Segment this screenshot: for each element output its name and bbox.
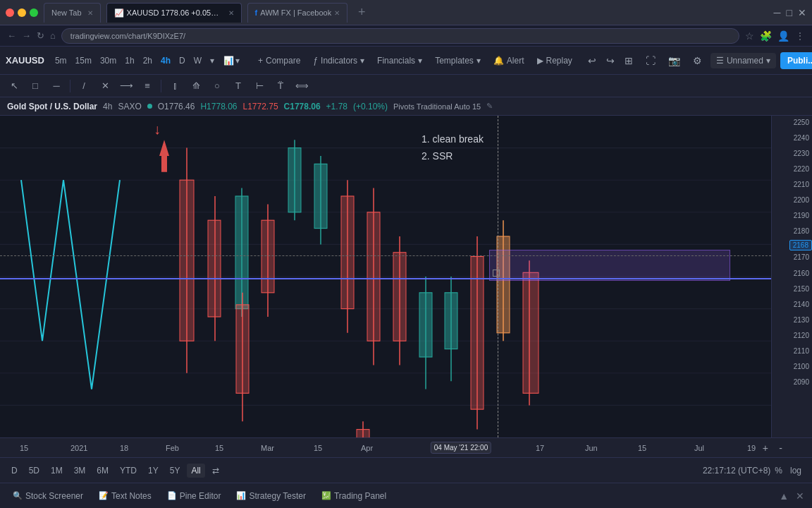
- draw-hline[interactable]: ─: [47, 77, 66, 95]
- nav-refresh[interactable]: ↻: [37, 30, 44, 41]
- period-1Y[interactable]: 1Y: [144, 464, 163, 478]
- period-YTD[interactable]: YTD: [116, 464, 141, 478]
- nav-forward[interactable]: →: [22, 30, 31, 41]
- panel-tab-screener[interactable]: 🔍 Stock Screener: [6, 488, 90, 504]
- panel-tab-trading[interactable]: 💹 Trading Panel: [314, 488, 393, 504]
- svg-rect-16: [262, 220, 274, 293]
- nav-home[interactable]: ⌂: [50, 30, 56, 41]
- tf-1h[interactable]: 1h: [121, 54, 137, 68]
- url-input[interactable]: tradingview.com/chart/K9DIXzE7/: [61, 28, 739, 44]
- tab-close-icon[interactable]: ✕: [87, 9, 93, 17]
- pair-name: Gold Spot / U.S. Dollar: [7, 102, 97, 111]
- nav-back[interactable]: ←: [7, 30, 16, 41]
- panel-tab-notes[interactable]: 📝 Text Notes: [92, 488, 159, 504]
- fullscreen-button[interactable]: ⛶: [641, 52, 660, 69]
- panel-close-icon[interactable]: ✕: [794, 488, 806, 504]
- draw-cross[interactable]: ✕: [95, 77, 115, 95]
- tf-more[interactable]: ▾: [207, 54, 218, 68]
- replay-button[interactable]: ▶ Replay: [531, 53, 578, 68]
- time-highlighted[interactable]: 04 May '21 22:00: [431, 442, 491, 454]
- alert-button[interactable]: 🔔 Alert: [488, 53, 530, 68]
- chart-canvas[interactable]: 1. clean break 2. SSR: [0, 116, 771, 437]
- svg-rect-22: [341, 196, 354, 309]
- draw-ellipse[interactable]: ○: [207, 77, 227, 95]
- draw-callout[interactable]: T̈: [271, 77, 290, 95]
- tf-W[interactable]: W: [190, 54, 205, 68]
- price-2250: 2250: [794, 119, 809, 126]
- draw-rect[interactable]: □: [25, 77, 45, 95]
- draw-parallel[interactable]: ⟰: [186, 77, 206, 95]
- tf-15m[interactable]: 15m: [72, 54, 95, 68]
- ohlc-low: L1772.75: [243, 102, 278, 111]
- templates-arrow: ▾: [476, 56, 481, 66]
- period-3M[interactable]: 3M: [70, 464, 90, 478]
- chart-type-selector[interactable]: 📊▾: [219, 54, 244, 68]
- period-5Y[interactable]: 5Y: [166, 464, 185, 478]
- time-17: 17: [536, 444, 544, 452]
- publish-button[interactable]: Publi...: [780, 52, 812, 69]
- period-5D[interactable]: 5D: [25, 464, 44, 478]
- layout-button[interactable]: ⊞: [620, 52, 637, 69]
- min-btn[interactable]: [18, 8, 26, 17]
- undo-button[interactable]: ↩: [584, 52, 601, 69]
- compare-label: Compare: [266, 56, 300, 66]
- browser-tab-1[interactable]: New Tab ✕: [44, 3, 101, 23]
- profile-icon[interactable]: 👤: [777, 30, 789, 42]
- time-zoom-out[interactable]: -: [779, 442, 782, 454]
- max-btn[interactable]: [30, 8, 38, 17]
- panel-expand-icon[interactable]: ▲: [777, 488, 791, 504]
- indicators-icon: ƒ: [313, 56, 318, 66]
- financials-button[interactable]: Financials ▾: [371, 53, 428, 68]
- indicator-edit-icon[interactable]: ✎: [486, 102, 493, 111]
- period-D[interactable]: D: [7, 464, 22, 478]
- time-zoom-in[interactable]: +: [763, 442, 768, 454]
- settings-icon[interactable]: ⋮: [795, 30, 805, 42]
- indicators-button[interactable]: ƒ Indicators ▾: [307, 53, 370, 68]
- period-6M[interactable]: 6M: [92, 464, 113, 478]
- browser-tab-2[interactable]: 📈 XAUUSD 1778.06 +0.05% Un... ✕: [106, 3, 242, 23]
- tf-D[interactable]: D: [176, 54, 189, 68]
- new-tab-button[interactable]: +: [353, 4, 370, 21]
- panel-tab-strategy[interactable]: 📊 Strategy Tester: [229, 488, 312, 504]
- period-1M[interactable]: 1M: [47, 464, 67, 478]
- tf-4h[interactable]: 4h: [157, 54, 174, 68]
- compare-replay-icon[interactable]: ⇄: [208, 464, 223, 478]
- redo-button[interactable]: ↪: [602, 52, 619, 69]
- tf-5m[interactable]: 5m: [51, 54, 70, 68]
- tf-30m[interactable]: 30m: [97, 54, 120, 68]
- draw-anchor[interactable]: ⊢: [250, 77, 269, 95]
- time-15-feb: 15: [215, 444, 223, 452]
- templates-button[interactable]: Templates ▾: [429, 53, 486, 68]
- close-btn[interactable]: [6, 8, 14, 17]
- tab-close-icon-3[interactable]: ✕: [334, 9, 340, 17]
- tf-2h[interactable]: 2h: [140, 54, 156, 68]
- draw-ray[interactable]: ⟶: [116, 77, 136, 95]
- draw-channel[interactable]: ⫿: [165, 77, 185, 95]
- unnamed-button[interactable]: ☰ Unnamed ▾: [710, 53, 776, 68]
- draw-text[interactable]: T: [228, 77, 248, 95]
- period-All[interactable]: All: [187, 464, 204, 478]
- screenshot-button[interactable]: 📷: [664, 52, 684, 69]
- tab-close-icon-2[interactable]: ✕: [228, 9, 234, 17]
- exchange-display: SAXO: [118, 102, 141, 111]
- log-button[interactable]: log: [787, 464, 805, 477]
- browser-close[interactable]: ✕: [798, 7, 806, 18]
- draw-fib[interactable]: ≡: [137, 77, 157, 95]
- templates-label: Templates: [435, 56, 474, 66]
- bookmark-icon[interactable]: ☆: [745, 30, 754, 42]
- time-15-jun: 15: [638, 444, 646, 452]
- settings-gear-button[interactable]: ⚙: [689, 52, 706, 69]
- browser-tab-3[interactable]: f AWM FX | Facebook ✕: [247, 3, 348, 23]
- extension-icon[interactable]: 🧩: [760, 30, 772, 42]
- panel-tab-pine[interactable]: 📄 Pine Editor: [160, 488, 228, 504]
- main-toolbar: XAUUSD 5m 15m 30m 1h 2h 4h D W ▾ 📊▾ + Co…: [0, 47, 812, 75]
- draw-measure[interactable]: ⟺: [292, 77, 312, 95]
- compare-button[interactable]: + Compare: [252, 53, 306, 68]
- browser-maximize[interactable]: □: [787, 7, 792, 18]
- draw-line[interactable]: /: [74, 77, 94, 95]
- time-display: 22:17:12 (UTC+8): [703, 466, 770, 476]
- indicator-label[interactable]: Pivots Traditional Auto 15: [393, 102, 481, 111]
- draw-cursor[interactable]: ↖: [4, 77, 24, 95]
- browser-minimize[interactable]: ─: [774, 7, 781, 18]
- time-2021: 2021: [70, 444, 87, 452]
